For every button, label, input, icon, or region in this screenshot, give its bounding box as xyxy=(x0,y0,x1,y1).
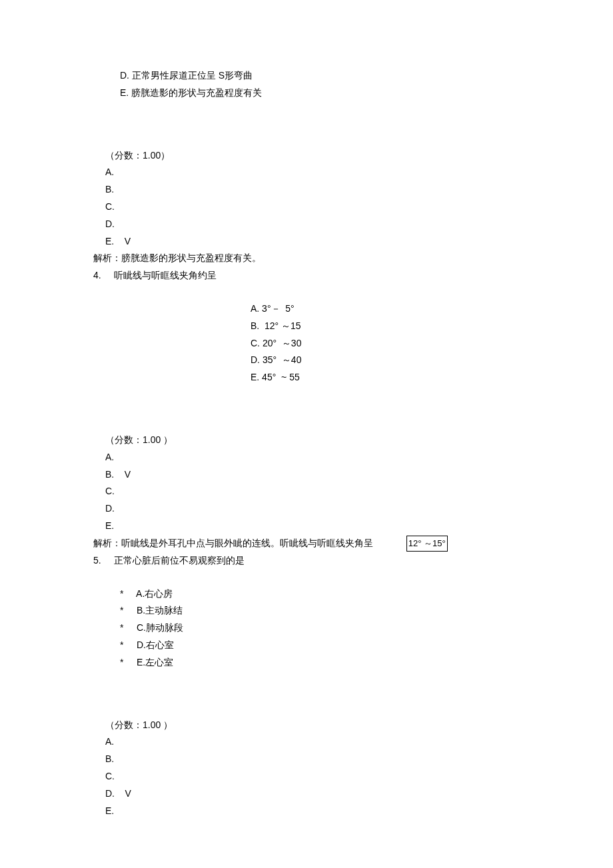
q4-option-e: E. 45° ~ 55 xyxy=(251,370,520,386)
q5-option-b: * B.主动脉结 xyxy=(120,603,520,619)
q5-header: 5. 正常心脏后前位不易观察到的是 xyxy=(93,553,520,569)
q4-header: 4. 听眦线与听眶线夹角约呈 xyxy=(93,268,520,284)
q3-answer-e: E. V xyxy=(105,234,520,250)
q3-option-e: E. 膀胱造影的形状与充盈程度有关 xyxy=(93,85,520,101)
q5-answer-e: E. xyxy=(105,803,520,819)
q3-score: （分数：1.00） xyxy=(105,148,520,164)
q3-answer-b: B. xyxy=(105,182,520,198)
q5-option-e: * E.左心室 xyxy=(120,655,520,671)
q5-answer-d: D. V xyxy=(105,786,520,802)
q5-option-d: * D.右心室 xyxy=(120,638,520,653)
q4-answer-c: C. xyxy=(105,484,520,500)
q4-option-c: C. 20° ～30 xyxy=(251,336,520,352)
q4-option-d: D. 35° ～40 xyxy=(251,352,520,368)
q4-explanation-box: 12° ～15° xyxy=(406,536,448,552)
q3-explanation: 解析：膀胱造影的形状与充盈程度有关。 xyxy=(93,250,520,266)
q5-answer-a: A. xyxy=(105,734,520,750)
q4-answer-d: D. xyxy=(105,501,520,517)
q5-option-a: * A.右心房 xyxy=(120,586,520,602)
q3-answer-a: A. xyxy=(105,165,520,181)
q5-option-c: * C.肺动脉段 xyxy=(120,620,520,636)
q3-answer-c: C. xyxy=(105,199,520,215)
q4-answer-e: E. xyxy=(105,518,520,534)
q3-answer-d: D. xyxy=(105,217,520,232)
q5-answer-b: B. xyxy=(105,751,520,767)
q5-answer-c: C. xyxy=(105,769,520,785)
q4-score: （分数：1.00 ） xyxy=(105,432,520,448)
q5-score: （分数：1.00 ） xyxy=(105,717,520,733)
q4-answer-a: A. xyxy=(105,450,520,466)
q4-option-b: B. 12° ～15 xyxy=(251,318,520,334)
q3-option-d: D. 正常男性尿道正位呈 S形弯曲 xyxy=(93,68,520,84)
q4-answer-b: B. V xyxy=(105,467,520,483)
q4-explanation-text: 解析：听眦线是外耳孔中点与眼外眦的连线。听眦线与听眶线夹角呈 xyxy=(93,538,373,548)
q4-explanation: 解析：听眦线是外耳孔中点与眼外眦的连线。听眦线与听眶线夹角呈 12° ～15° xyxy=(93,536,520,552)
q4-option-a: A. 3°－ 5° xyxy=(251,301,520,317)
